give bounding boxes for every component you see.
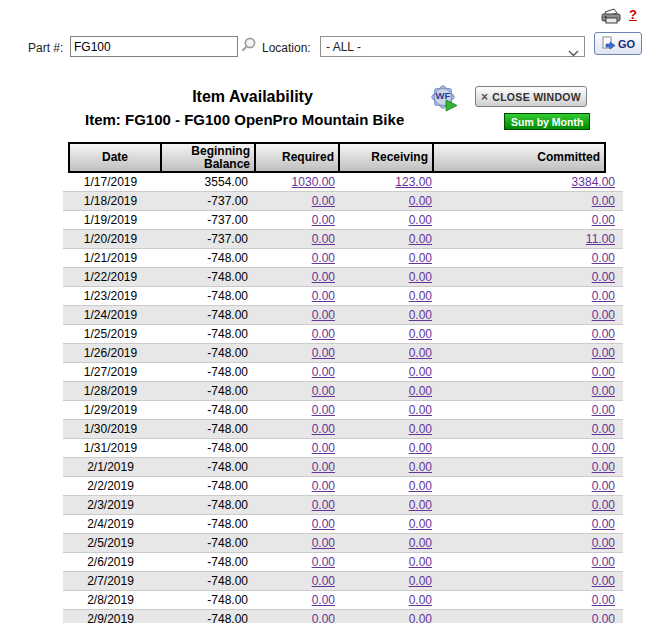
committed-link[interactable]: 0.00: [592, 365, 615, 379]
committed-link[interactable]: 0.00: [592, 593, 615, 607]
receiving-link[interactable]: 0.00: [409, 593, 432, 607]
required-link[interactable]: 0.00: [312, 517, 335, 531]
receiving-link[interactable]: 0.00: [409, 460, 432, 474]
help-link[interactable]: ?: [629, 7, 637, 22]
required-link[interactable]: 0.00: [312, 327, 335, 341]
receiving-link[interactable]: 0.00: [409, 517, 432, 531]
required-link[interactable]: 0.00: [312, 194, 335, 208]
receiving-link[interactable]: 0.00: [409, 308, 432, 322]
receiving-link[interactable]: 0.00: [409, 365, 432, 379]
table-row: 2/4/2019 -748.00 0.00 0.00 0.00: [63, 515, 623, 534]
table-row: 1/21/2019 -748.00 0.00 0.00 0.00: [63, 249, 623, 268]
required-link[interactable]: 0.00: [312, 289, 335, 303]
committed-link[interactable]: 0.00: [592, 536, 615, 550]
committed-link[interactable]: 0.00: [592, 612, 615, 623]
receiving-link[interactable]: 0.00: [409, 213, 432, 227]
receiving-link[interactable]: 0.00: [409, 498, 432, 512]
committed-link[interactable]: 0.00: [592, 555, 615, 569]
committed-link[interactable]: 0.00: [592, 479, 615, 493]
location-select[interactable]: - ALL -: [320, 36, 585, 57]
go-button[interactable]: GO: [594, 32, 642, 55]
date-cell: 1/26/2019: [63, 344, 158, 363]
required-link[interactable]: 0.00: [312, 593, 335, 607]
required-link[interactable]: 0.00: [312, 460, 335, 474]
receiving-link[interactable]: 0.00: [409, 194, 432, 208]
required-link[interactable]: 0.00: [312, 365, 335, 379]
table-row: 1/30/2019 -748.00 0.00 0.00 0.00: [63, 420, 623, 439]
receiving-link[interactable]: 0.00: [409, 574, 432, 588]
committed-link[interactable]: 0.00: [592, 384, 615, 398]
beginning-balance-cell: -748.00: [158, 515, 253, 534]
committed-link[interactable]: 0.00: [592, 289, 615, 303]
committed-link[interactable]: 3384.00: [572, 175, 615, 189]
sum-by-month-button[interactable]: Sum by Month: [504, 113, 590, 130]
receiving-link[interactable]: 0.00: [409, 346, 432, 360]
svg-text:WF: WF: [436, 90, 451, 101]
column-header-required: Required: [255, 143, 339, 172]
committed-link[interactable]: 0.00: [592, 270, 615, 284]
page-arrow-icon: [601, 36, 616, 51]
required-link[interactable]: 1030.00: [292, 175, 335, 189]
receiving-link[interactable]: 0.00: [409, 384, 432, 398]
beginning-balance-cell: -737.00: [158, 211, 253, 230]
part-number-input[interactable]: [70, 36, 238, 57]
committed-link[interactable]: 0.00: [592, 441, 615, 455]
beginning-balance-cell: -748.00: [158, 572, 253, 591]
receiving-link[interactable]: 0.00: [409, 251, 432, 265]
receiving-link[interactable]: 0.00: [409, 536, 432, 550]
committed-link[interactable]: 0.00: [592, 422, 615, 436]
workflow-gear-icon[interactable]: WF: [429, 83, 459, 113]
committed-link[interactable]: 0.00: [592, 498, 615, 512]
required-link[interactable]: 0.00: [312, 574, 335, 588]
close-window-button[interactable]: × CLOSE WINDOW: [475, 86, 587, 107]
required-link[interactable]: 0.00: [312, 232, 335, 246]
committed-link[interactable]: 0.00: [592, 574, 615, 588]
committed-link[interactable]: 0.00: [592, 460, 615, 474]
receiving-link[interactable]: 0.00: [409, 441, 432, 455]
required-link[interactable]: 0.00: [312, 308, 335, 322]
receiving-link[interactable]: 0.00: [409, 422, 432, 436]
receiving-link[interactable]: 0.00: [409, 327, 432, 341]
location-label: Location:: [262, 41, 311, 55]
required-link[interactable]: 0.00: [312, 384, 335, 398]
required-link[interactable]: 0.00: [312, 441, 335, 455]
receiving-link[interactable]: 0.00: [409, 289, 432, 303]
committed-link[interactable]: 0.00: [592, 251, 615, 265]
committed-link[interactable]: 11.00: [586, 232, 615, 246]
required-link[interactable]: 0.00: [312, 536, 335, 550]
required-link[interactable]: 0.00: [312, 403, 335, 417]
date-cell: 2/3/2019: [63, 496, 158, 515]
required-link[interactable]: 0.00: [312, 612, 335, 623]
table-row: 2/2/2019 -748.00 0.00 0.00 0.00: [63, 477, 623, 496]
required-link[interactable]: 0.00: [312, 422, 335, 436]
required-link[interactable]: 0.00: [312, 213, 335, 227]
committed-link[interactable]: 0.00: [592, 346, 615, 360]
committed-link[interactable]: 0.00: [592, 213, 615, 227]
search-icon[interactable]: [239, 36, 257, 54]
committed-link[interactable]: 0.00: [592, 403, 615, 417]
receiving-link[interactable]: 123.00: [395, 175, 432, 189]
table-row: 2/9/2019 -748.00 0.00 0.00 0.00: [63, 610, 623, 623]
receiving-link[interactable]: 0.00: [409, 612, 432, 623]
required-link[interactable]: 0.00: [312, 555, 335, 569]
committed-link[interactable]: 0.00: [592, 517, 615, 531]
committed-link[interactable]: 0.00: [592, 308, 615, 322]
committed-link[interactable]: 0.00: [592, 194, 615, 208]
required-link[interactable]: 0.00: [312, 346, 335, 360]
table-row: 1/28/2019 -748.00 0.00 0.00 0.00: [63, 382, 623, 401]
receiving-link[interactable]: 0.00: [409, 232, 432, 246]
receiving-link[interactable]: 0.00: [409, 403, 432, 417]
required-link[interactable]: 0.00: [312, 498, 335, 512]
date-cell: 2/1/2019: [63, 458, 158, 477]
required-link[interactable]: 0.00: [312, 479, 335, 493]
table-row: 1/24/2019 -748.00 0.00 0.00 0.00: [63, 306, 623, 325]
receiving-link[interactable]: 0.00: [409, 555, 432, 569]
committed-link[interactable]: 0.00: [592, 327, 615, 341]
required-link[interactable]: 0.00: [312, 251, 335, 265]
required-link[interactable]: 0.00: [312, 270, 335, 284]
receiving-link[interactable]: 0.00: [409, 479, 432, 493]
date-cell: 2/4/2019: [63, 515, 158, 534]
beginning-balance-cell: -748.00: [158, 344, 253, 363]
receiving-link[interactable]: 0.00: [409, 270, 432, 284]
printer-icon[interactable]: [598, 5, 624, 25]
